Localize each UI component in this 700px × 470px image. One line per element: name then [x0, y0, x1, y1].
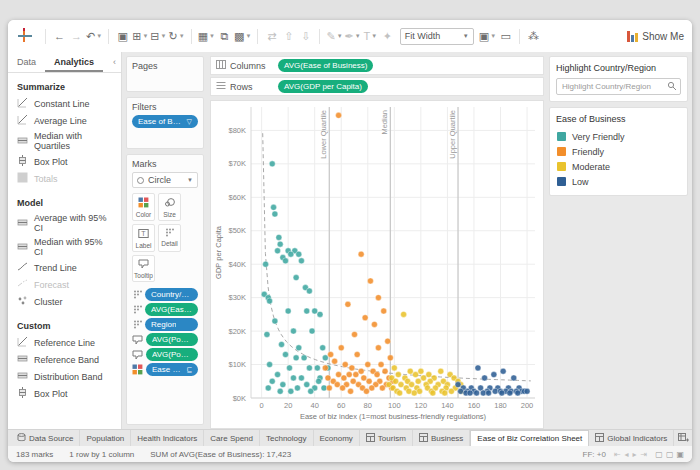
- mark-circle[interactable]: [511, 375, 517, 381]
- analytics-item-cluster[interactable]: Cluster: [8, 293, 121, 310]
- mark-circle[interactable]: [491, 372, 497, 378]
- mark-circle[interactable]: [277, 241, 283, 247]
- swap-axes-icon[interactable]: ⇄: [263, 27, 280, 46]
- mark-circle[interactable]: [275, 372, 281, 378]
- mark-circle[interactable]: [334, 382, 340, 388]
- mark-circle[interactable]: [458, 388, 464, 394]
- mark-circle[interactable]: [413, 372, 419, 378]
- mark-circle[interactable]: [340, 385, 346, 391]
- mark-circle[interactable]: [285, 308, 291, 314]
- mark-circle[interactable]: [279, 341, 285, 347]
- mark-circle[interactable]: [341, 375, 347, 381]
- mark-circle[interactable]: [286, 365, 292, 371]
- mark-circle[interactable]: [430, 390, 436, 396]
- sheet-tab-ease-of-biz-correlation-sheet[interactable]: Ease of Biz Correlation Sheet: [470, 430, 589, 446]
- nav-icon[interactable]: ▸: [633, 450, 637, 459]
- rows-shelf[interactable]: Rows AVG(GDP per Capita): [210, 77, 544, 96]
- nav-icon[interactable]: ⇥: [641, 450, 648, 459]
- rows-pill[interactable]: AVG(GDP per Capita): [278, 80, 368, 93]
- mark-circle[interactable]: [322, 365, 328, 371]
- mark-circle[interactable]: [336, 372, 342, 378]
- mark-circle[interactable]: [267, 362, 273, 368]
- mark-circle[interactable]: [290, 375, 296, 381]
- mark-circle[interactable]: [272, 318, 278, 324]
- mark-circle[interactable]: [381, 308, 387, 314]
- mark-circle[interactable]: [308, 388, 314, 394]
- columns-pill[interactable]: AVG(Ease of Business): [278, 59, 373, 72]
- analytics-item-average-with-95-ci[interactable]: Average with 95% CI: [8, 211, 121, 235]
- mark-circle[interactable]: [374, 372, 380, 378]
- add-data-source-icon[interactable]: ⊞▼: [131, 27, 149, 46]
- mark-circle[interactable]: [406, 388, 412, 394]
- mark-circle[interactable]: [288, 251, 294, 257]
- marks-pill[interactable]: AVG(Ease of Busi..: [145, 303, 198, 316]
- tooltip-button[interactable]: Tooltip: [132, 255, 155, 282]
- marks-pill[interactable]: AVG(Population): [146, 348, 198, 361]
- mark-circle[interactable]: [296, 251, 302, 257]
- mark-circle[interactable]: [455, 382, 461, 388]
- mark-circle[interactable]: [283, 258, 289, 264]
- mark-circle[interactable]: [271, 204, 277, 210]
- mark-circle[interactable]: [290, 328, 296, 334]
- trend-line[interactable]: [263, 133, 531, 381]
- tableau-logo-icon[interactable]: [16, 28, 32, 44]
- mark-circle[interactable]: [320, 345, 326, 351]
- chart-area[interactable]: Lower QuartileMedianUpper Quartile$0K$10…: [210, 100, 544, 429]
- mark-circle[interactable]: [309, 328, 315, 334]
- clear-sheet-icon[interactable]: ▩▼: [233, 27, 252, 46]
- mark-circle[interactable]: [385, 338, 391, 344]
- mark-circle[interactable]: [267, 298, 273, 304]
- show-labels-icon[interactable]: T▼: [362, 27, 379, 46]
- new-worksheet-button[interactable]: [674, 430, 692, 446]
- size-button[interactable]: Size: [158, 193, 181, 221]
- mark-circle[interactable]: [363, 388, 369, 394]
- mark-circle[interactable]: [391, 365, 397, 371]
- mark-circle[interactable]: [306, 288, 312, 294]
- mark-circle[interactable]: [354, 352, 360, 358]
- mark-circle[interactable]: [426, 372, 432, 378]
- sort-ascending-icon[interactable]: ⇧: [280, 27, 297, 46]
- mark-circle[interactable]: [507, 390, 513, 396]
- color-button[interactable]: Color: [132, 193, 155, 221]
- mark-circle[interactable]: [276, 234, 282, 240]
- mark-circle[interactable]: [475, 365, 481, 371]
- mark-circle[interactable]: [366, 378, 372, 384]
- analytics-item-average-line[interactable]: Average Line: [8, 112, 121, 129]
- auto-update-icon[interactable]: ↻▼: [168, 27, 186, 46]
- mark-circle[interactable]: [375, 295, 381, 301]
- mark-circle[interactable]: [395, 372, 401, 378]
- view-cards-icon[interactable]: ▣▼: [478, 27, 497, 46]
- mark-circle[interactable]: [407, 368, 413, 374]
- mark-circle[interactable]: [421, 375, 427, 381]
- mark-circle[interactable]: [499, 390, 505, 396]
- mark-circle[interactable]: [442, 390, 448, 396]
- mark-circle[interactable]: [401, 311, 407, 317]
- new-worksheet-icon[interactable]: ▦▼: [197, 27, 216, 46]
- sheet-tab-economy[interactable]: Economy: [314, 430, 360, 446]
- mark-circle[interactable]: [328, 352, 334, 358]
- analytics-item-box-plot[interactable]: Box Plot: [8, 153, 121, 170]
- mark-circle[interactable]: [353, 372, 359, 378]
- share-icon[interactable]: ⁂: [525, 27, 542, 46]
- mark-circle[interactable]: [358, 251, 364, 257]
- mark-circle[interactable]: [492, 388, 498, 394]
- mark-circle[interactable]: [321, 385, 327, 391]
- mark-circle[interactable]: [486, 390, 492, 396]
- mark-circle[interactable]: [352, 331, 358, 337]
- marks-pill[interactable]: Country/Region: [145, 288, 198, 301]
- mark-circle[interactable]: [417, 388, 423, 394]
- mark-circle[interactable]: [382, 368, 388, 374]
- presentation-mode-icon[interactable]: ▭: [497, 27, 514, 46]
- marks-pill[interactable]: Ease of Busine..⊑: [146, 363, 198, 376]
- mark-circle[interactable]: [316, 378, 322, 384]
- pages-shelf[interactable]: Pages: [126, 56, 204, 92]
- mark-circle[interactable]: [415, 378, 421, 384]
- tab-data[interactable]: Data: [8, 52, 45, 72]
- mark-circle[interactable]: [294, 385, 300, 391]
- mark-circle[interactable]: [387, 355, 393, 361]
- analytics-item-box-plot[interactable]: Box Plot: [8, 385, 121, 402]
- fit-width-select[interactable]: Fit Width ▼: [400, 28, 474, 45]
- mark-circle[interactable]: [346, 372, 352, 378]
- view-mode-icon[interactable]: ▢: [655, 450, 663, 459]
- fix-axes-icon[interactable]: ✦: [379, 27, 396, 46]
